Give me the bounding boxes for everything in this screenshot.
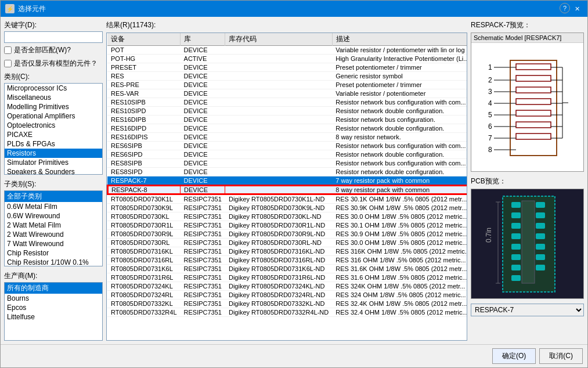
category-item[interactable]: Resistors — [5, 149, 102, 158]
cell-stock — [225, 185, 332, 194]
table-row[interactable]: RT0805DRD0730R1LRESIPC7351Digikey RT0805… — [107, 221, 467, 230]
subcategory-item[interactable]: 全部子类别 — [5, 191, 102, 202]
cancel-button[interactable]: 取消(C) — [539, 348, 583, 364]
table-row[interactable]: POT-HGACTIVEHigh Granularity Interactive… — [107, 55, 467, 63]
table-row[interactable]: RT0805DRD0730K1LRESIPC7351Digikey RT0805… — [107, 194, 467, 204]
manufacturer-item[interactable]: Epcos — [5, 303, 102, 312]
table-row[interactable]: RES16DIPDDEVICEResistor network double c… — [107, 124, 467, 133]
category-section: 类别(C): Microprocessor ICsMiscellaneousMo… — [4, 72, 103, 175]
cell-device: RT0805DRD07316KL — [107, 247, 181, 256]
cell-stock: Digikey RT0805DRD0731K6L-ND — [225, 265, 332, 273]
keyword-label: 关键字(D): — [4, 20, 103, 30]
table-row[interactable]: RT0805DRD0730KLRESIPC7351Digikey RT0805D… — [107, 212, 467, 221]
col-device[interactable]: 设备 — [107, 33, 181, 46]
col-stock[interactable]: 库存代码 — [225, 33, 332, 46]
table-row[interactable]: RES-PREDEVICEPreset potentiometer / trim… — [107, 81, 467, 89]
table-row[interactable]: RT0805DRD07324KLRESIPC7351Digikey RT0805… — [107, 282, 467, 291]
subcategory-item[interactable]: Chip Resistor — [5, 248, 102, 258]
checkbox-all-match[interactable] — [4, 46, 12, 54]
svg-rect-57 — [511, 275, 521, 281]
close-button[interactable]: ✕ — [571, 3, 583, 15]
subcategory-item[interactable]: 0.6W Wirewound — [5, 211, 102, 221]
cell-library: DEVICE — [181, 185, 225, 194]
category-item[interactable]: PLDs & FPGAs — [5, 139, 102, 149]
svg-rect-59 — [536, 212, 545, 218]
table-row[interactable]: RESPACK-8DEVICE8 way resistor pack with … — [107, 185, 467, 194]
cell-library: RESIPC7351 — [181, 212, 225, 221]
cell-stock: Digikey RT0805DRD0730RL-ND — [225, 239, 332, 247]
subcategory-item[interactable]: 2 Watt Wirewound — [5, 230, 102, 239]
component-name-select[interactable]: RESPACK-7 — [471, 304, 584, 316]
manufacturer-item[interactable]: 所有的制造商 — [5, 283, 102, 294]
table-row[interactable]: RT0805DRD0730K9LRESIPC7351Digikey RT0805… — [107, 204, 467, 212]
manufacturer-item[interactable]: Bourns — [5, 294, 102, 303]
category-item[interactable]: Microprocessor ICs — [5, 84, 102, 93]
table-row[interactable]: RES6SIPDDEVICEResistor network double co… — [107, 150, 467, 159]
category-item[interactable]: Operational Amplifiers — [5, 111, 102, 121]
table-row[interactable]: RESPACK-7DEVICE7 way resistor pack with … — [107, 176, 467, 186]
keyword-input[interactable] — [4, 31, 103, 43]
cell-stock — [225, 63, 332, 72]
table-row[interactable]: RT0805DRD07332R4LRESIPC7351Digikey RT080… — [107, 308, 467, 317]
col-desc[interactable]: 描述 — [332, 33, 467, 46]
table-row[interactable]: PRESETDEVICEPreset potentiometer / trimm… — [107, 63, 467, 72]
table-row[interactable]: RES-VARDEVICEVariable resistor / potenti… — [107, 89, 467, 98]
manufacturer-item[interactable]: Littelfuse — [5, 312, 102, 322]
title-bar-controls: ? ✕ — [560, 3, 583, 15]
cell-desc: Resistor network bus configuration with … — [332, 159, 467, 168]
table-row[interactable]: RT0805DRD0731K6LRESIPC7351Digikey RT0805… — [107, 265, 467, 273]
cell-desc: Resistor network bus configuration with … — [332, 98, 467, 107]
category-item[interactable]: Optoelectronics — [5, 121, 102, 130]
table-row[interactable]: RT0805DRD07316KLRESIPC7351Digikey RT0805… — [107, 247, 467, 256]
subcategory-listbox[interactable]: 全部子类别0.6W Metal Film0.6W Wirewound2 Watt… — [4, 190, 103, 266]
table-row[interactable]: RT0805DRD0730RLRESIPC7351Digikey RT0805D… — [107, 239, 467, 247]
checkbox-model-label: 是否仅显示有模型的元件？ — [14, 59, 98, 68]
svg-text:5: 5 — [488, 111, 492, 119]
table-row[interactable]: POTDEVICEVariable resistor / potentiomet… — [107, 46, 467, 55]
dialog-root: ⚡ 选择元件 ? ✕ 关键字(D): 是否全部匹配(W)? 是否仅显示 — [0, 0, 588, 368]
cell-library: RESIPC7351 — [181, 282, 225, 291]
subcategory-item[interactable]: 2 Watt Metal Film — [5, 221, 102, 230]
svg-rect-51 — [511, 212, 521, 218]
table-row[interactable]: RES16DIPISDEVICE8 way resistor network. — [107, 133, 467, 142]
cell-desc: 8 way resistor network. — [332, 133, 467, 142]
table-row[interactable]: RT0805DRD07332KLRESIPC7351Digikey RT0805… — [107, 300, 467, 308]
cell-stock — [225, 176, 332, 186]
table-row[interactable]: RT0805DRD07316RLRESIPC7351Digikey RT0805… — [107, 256, 467, 265]
ok-button[interactable]: 确定(O) — [492, 348, 536, 364]
svg-rect-61 — [536, 233, 545, 239]
table-row[interactable]: RES10SIPBDEVICEResistor network bus conf… — [107, 98, 467, 107]
table-row[interactable]: RT0805DRD0730R9LRESIPC7351Digikey RT0805… — [107, 230, 467, 239]
category-listbox[interactable]: Microprocessor ICsMiscellaneousModelling… — [4, 83, 103, 175]
subcategory-item[interactable]: 0.6W Metal Film — [5, 202, 102, 211]
table-row[interactable]: RES10SIPDDEVICEResistor network double c… — [107, 107, 467, 116]
help-button[interactable]: ? — [560, 3, 570, 13]
cell-desc: RES 32.4 OHM 1/8W .5% 0805 (2012 metric.… — [332, 308, 467, 317]
table-row[interactable]: RT0805DRD07324RLRESIPC7351Digikey RT0805… — [107, 291, 467, 300]
col-library[interactable]: 库 — [181, 33, 225, 46]
cell-desc: RES 31.6 OHM 1/8W .5% 0805 (2012 metric.… — [332, 273, 467, 282]
results-table-container[interactable]: 设备 库 库存代码 描述 POTDEVICEVariable resistor … — [106, 33, 467, 341]
table-row[interactable]: RES8SIPDDEVICEResistor network double co… — [107, 168, 467, 176]
cell-device: RT0805DRD0730RL — [107, 239, 181, 247]
category-item[interactable]: Miscellaneous — [5, 93, 102, 102]
table-row[interactable]: RES8SIPBDEVICEResistor network bus confi… — [107, 159, 467, 168]
table-row[interactable]: RES16DIPBDEVICEResistor network bus conf… — [107, 116, 467, 124]
category-item[interactable]: Speakers & Sounders — [5, 167, 102, 175]
table-row[interactable]: RT0805DRD0731R6LRESIPC7351Digikey RT0805… — [107, 273, 467, 282]
category-item[interactable]: PICAXE — [5, 130, 102, 139]
cell-stock: Digikey RT0805DRD07316RL-ND — [225, 256, 332, 265]
manufacturer-listbox[interactable]: 所有的制造商BournsEpcosLittelfuse — [4, 282, 103, 341]
svg-rect-65 — [522, 201, 535, 283]
cell-desc: Resistor network double configuration. — [332, 124, 467, 133]
cell-stock — [225, 142, 332, 150]
table-row[interactable]: RES6SIPBDEVICEResistor network bus confi… — [107, 142, 467, 150]
category-item[interactable]: Modelling Primitives — [5, 102, 102, 111]
table-row[interactable]: RESDEVICEGeneric resistor symbol — [107, 72, 467, 81]
keyword-section: 关键字(D): — [4, 20, 103, 43]
checkbox-model-only[interactable] — [4, 60, 12, 67]
subcategory-item[interactable]: 7 Watt Wirewound — [5, 239, 102, 248]
category-item[interactable]: Simulator Primitives — [5, 158, 102, 167]
checkbox-all-row: 是否全部匹配(W)? — [4, 45, 103, 55]
subcategory-item[interactable]: Chip Resistor 1/10W 0.1% — [5, 258, 102, 266]
